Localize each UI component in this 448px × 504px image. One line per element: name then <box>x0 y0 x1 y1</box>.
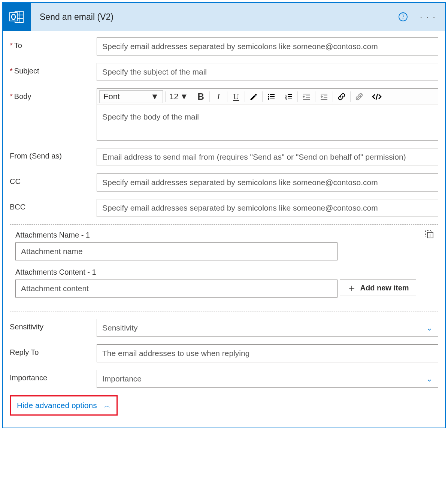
row-bcc: BCC <box>10 199 438 217</box>
caret-down-icon: ▼ <box>151 92 159 102</box>
subject-input[interactable] <box>97 63 438 81</box>
svg-point-8 <box>268 94 269 95</box>
label-from: From (Send as) <box>10 148 97 160</box>
font-label: Font <box>103 92 120 102</box>
svg-text:3: 3 <box>285 97 287 101</box>
svg-point-12 <box>268 98 269 100</box>
label-replyto: Reply To <box>10 344 97 357</box>
importance-placeholder: Importance <box>102 374 142 383</box>
caret-down-icon: ▼ <box>180 92 188 102</box>
row-replyto: Reply To <box>10 344 438 362</box>
svg-line-29 <box>376 94 378 100</box>
svg-rect-11 <box>270 96 275 97</box>
plus-icon: ＋ <box>347 283 357 293</box>
font-size-dropdown[interactable]: 12 ▼ <box>168 90 190 103</box>
code-view-button[interactable] <box>370 90 383 103</box>
italic-button[interactable]: I <box>212 90 225 103</box>
row-body: Body Font ▼ 12 ▼ B <box>10 88 438 141</box>
highlight-button[interactable] <box>247 90 260 103</box>
bcc-input[interactable] <box>97 199 438 217</box>
form-body: To Subject Body Font ▼ <box>3 31 445 428</box>
indent-button[interactable] <box>318 90 330 103</box>
outlook-icon <box>3 3 31 31</box>
label-cc: CC <box>10 173 97 186</box>
bold-button[interactable]: B <box>194 90 207 103</box>
replyto-input[interactable] <box>97 344 438 362</box>
rte-toolbar: Font ▼ 12 ▼ B I U <box>97 89 438 105</box>
svg-rect-20 <box>303 94 310 94</box>
underline-button[interactable]: U <box>230 90 242 103</box>
svg-text:?: ? <box>402 13 404 20</box>
attachment-name-label: Attachments Name - 1 <box>15 231 433 239</box>
row-sensitivity: Sensitivity Sensitivity ⌄ <box>10 319 438 337</box>
outdent-button[interactable] <box>300 90 313 103</box>
attachments-section: T Attachments Name - 1 Attachments Conte… <box>10 224 438 311</box>
svg-rect-13 <box>270 99 275 99</box>
link-button[interactable] <box>335 90 348 103</box>
hide-advanced-options-button[interactable]: Hide advanced options ︿ <box>10 395 118 416</box>
chevron-down-icon: ⌄ <box>426 323 433 332</box>
body-rte: Font ▼ 12 ▼ B I U <box>97 88 438 141</box>
card-header: Send an email (V2) ? · · · <box>3 3 445 31</box>
font-size-label: 12 <box>169 92 178 102</box>
array-mode-button[interactable]: T <box>425 230 433 238</box>
chevron-down-icon: ⌄ <box>426 374 433 383</box>
sensitivity-placeholder: Sensitivity <box>102 323 138 332</box>
label-body: Body <box>10 88 97 101</box>
label-subject: Subject <box>10 63 97 75</box>
svg-point-10 <box>268 96 269 97</box>
attachment-name-input[interactable] <box>15 242 337 260</box>
from-input[interactable] <box>97 148 438 166</box>
row-subject: Subject <box>10 63 438 81</box>
bullet-list-button[interactable] <box>265 90 278 103</box>
svg-rect-23 <box>303 99 310 100</box>
to-input[interactable] <box>97 37 438 55</box>
numbered-list-button[interactable]: 123 <box>282 90 295 103</box>
svg-rect-15 <box>288 94 292 95</box>
svg-rect-17 <box>288 96 292 97</box>
font-dropdown[interactable]: Font ▼ <box>99 90 163 103</box>
row-from: From (Send as) <box>10 148 438 166</box>
more-menu-button[interactable]: · · · <box>420 12 436 22</box>
cc-input[interactable] <box>97 173 438 191</box>
svg-text:T: T <box>429 233 432 238</box>
chevron-up-icon: ︿ <box>104 401 111 410</box>
sensitivity-select[interactable]: Sensitivity ⌄ <box>97 319 438 337</box>
row-to: To <box>10 37 438 55</box>
add-new-item-button[interactable]: ＋ Add new item <box>340 280 416 296</box>
label-bcc: BCC <box>10 199 97 211</box>
hide-advanced-label: Hide advanced options <box>17 401 97 410</box>
svg-rect-9 <box>270 94 275 95</box>
body-input[interactable]: Specify the body of the mail <box>97 105 438 140</box>
label-to: To <box>10 37 97 50</box>
attachment-content-input[interactable] <box>15 280 337 298</box>
label-sensitivity: Sensitivity <box>10 319 97 331</box>
importance-select[interactable]: Importance ⌄ <box>97 370 438 388</box>
add-item-label: Add new item <box>360 284 409 292</box>
svg-rect-21 <box>306 96 310 96</box>
svg-rect-19 <box>288 99 292 99</box>
row-cc: CC <box>10 173 438 191</box>
attachment-content-label: Attachments Content - 1 <box>15 268 433 277</box>
send-email-card: Send an email (V2) ? · · · To Subject <box>2 2 446 428</box>
card-title: Send an email (V2) <box>31 12 398 22</box>
svg-rect-24 <box>321 94 327 94</box>
help-button[interactable]: ? <box>398 12 408 22</box>
svg-rect-22 <box>306 97 310 98</box>
svg-rect-26 <box>324 97 327 98</box>
label-importance: Importance <box>10 370 97 382</box>
header-actions: ? · · · <box>398 12 445 22</box>
svg-rect-25 <box>324 96 327 96</box>
unlink-button[interactable] <box>353 90 366 103</box>
row-importance: Importance Importance ⌄ <box>10 370 438 388</box>
svg-rect-27 <box>321 99 327 100</box>
